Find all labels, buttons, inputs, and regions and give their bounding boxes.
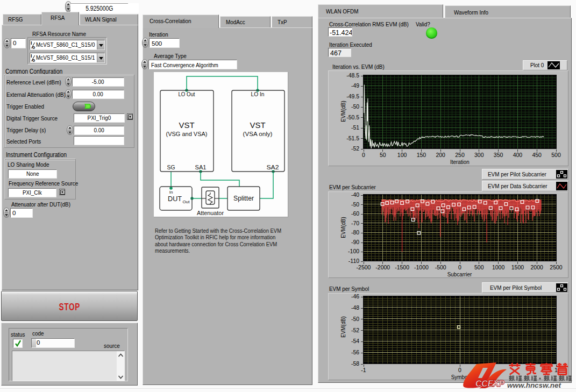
svg-text:o: o xyxy=(32,58,35,62)
svg-text:DUT: DUT xyxy=(168,195,182,203)
svg-text:Attenuator: Attenuator xyxy=(197,210,224,216)
svg-text:SA2: SA2 xyxy=(267,164,279,170)
svg-text:SA1: SA1 xyxy=(195,164,207,170)
svg-text:(VSA only): (VSA only) xyxy=(243,131,273,137)
svg-text:SG: SG xyxy=(167,164,175,170)
svg-text:Out: Out xyxy=(183,199,190,204)
svg-text:(VSG and VSA): (VSG and VSA) xyxy=(166,131,208,137)
svg-text:VST: VST xyxy=(250,121,266,130)
svg-text:VST: VST xyxy=(179,121,195,130)
svg-text:LO In: LO In xyxy=(251,91,265,97)
svg-text:CCEXP: CCEXP xyxy=(475,379,504,388)
svg-text:In: In xyxy=(169,190,173,195)
svg-text:LO Out: LO Out xyxy=(179,91,195,97)
svg-text:o: o xyxy=(32,45,35,49)
svg-text:Splitter: Splitter xyxy=(233,195,254,202)
